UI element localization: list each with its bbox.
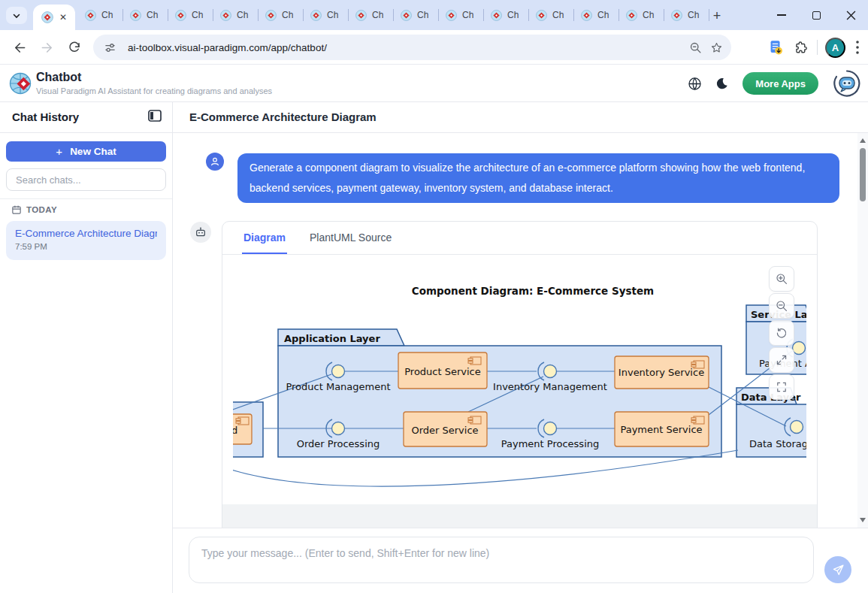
tab-diagram[interactable]: Diagram [242, 222, 287, 254]
active-tab[interactable]: ✕ [33, 5, 75, 30]
ai-assistant-badge[interactable] [832, 68, 862, 98]
dark-mode-moon-icon[interactable] [715, 77, 729, 90]
language-globe-icon[interactable] [688, 77, 702, 91]
message-input[interactable] [189, 537, 814, 583]
browser-tab[interactable]: Ch [439, 0, 484, 30]
profile-avatar[interactable]: A [825, 38, 845, 58]
visual-paradigm-favicon [310, 10, 322, 21]
visual-paradigm-favicon [671, 10, 682, 21]
tab-label: Ch [147, 10, 158, 20]
visual-paradigm-favicon [265, 10, 277, 21]
diagram-title: Component Diagram: E-Commerce System [412, 285, 654, 297]
reload-icon [68, 41, 81, 54]
url-text[interactable]: ai-toolbox.visual-paradigm.com/app/chatb… [128, 42, 685, 53]
scroll-up-arrow[interactable] [857, 135, 868, 146]
response-tabbar: Diagram PlantUML Source [222, 222, 817, 255]
browser-tab[interactable]: Ch [619, 0, 664, 30]
browser-tab[interactable]: Ch [349, 0, 394, 30]
browser-tab[interactable]: Ch [123, 0, 168, 30]
app-header: Chatbot Visual Paradigm AI Assistant for… [0, 65, 868, 102]
expand-button[interactable] [769, 347, 794, 373]
interface-label: Order Processing [297, 438, 380, 449]
zoom-in-button[interactable] [769, 266, 794, 292]
minimize-icon [777, 14, 786, 16]
browser-tab[interactable]: Ch [78, 0, 123, 30]
scroll-down-arrow[interactable] [857, 515, 868, 525]
zoom-indicator-icon[interactable] [685, 41, 706, 54]
toolbar-actions: A [767, 35, 868, 60]
tab-label: Ch [282, 10, 293, 20]
back-button[interactable] [6, 35, 32, 60]
visual-paradigm-favicon [85, 10, 96, 21]
forward-button[interactable] [35, 35, 60, 60]
tab-search-button[interactable] [6, 7, 27, 24]
page-download-extension-icon[interactable] [767, 39, 784, 56]
collapse-sidebar-icon[interactable] [148, 110, 162, 124]
visual-paradigm-favicon [41, 11, 53, 23]
browser-tab[interactable]: Ch [168, 0, 213, 30]
today-label: TODAY [26, 205, 57, 214]
calendar-icon [12, 205, 21, 214]
browser-menu-kebab-icon[interactable] [856, 41, 859, 54]
main-panel: E-Commerce Architecture Diagram Generate… [173, 102, 868, 593]
zoom-out-button[interactable] [769, 293, 794, 319]
minimize-button[interactable] [764, 0, 799, 30]
close-tab-icon[interactable]: ✕ [59, 13, 67, 22]
plus-icon: + [56, 145, 62, 158]
zoom-out-icon [776, 300, 788, 312]
tab-label: Ch [101, 10, 113, 20]
chat-history-title: Chat History [12, 110, 79, 123]
conversation-title: E-Commerce Architecture Diagram [189, 110, 377, 123]
browser-tab[interactable]: Ch [664, 0, 709, 30]
component-label: Inventory Service [618, 367, 704, 378]
fit-to-screen-button[interactable] [769, 374, 794, 400]
more-apps-button[interactable]: More Apps [742, 72, 818, 95]
back-icon [12, 41, 26, 55]
tab-label: Ch [192, 10, 203, 20]
browser-tab[interactable]: Ch [304, 0, 349, 30]
extensions-puzzle-icon[interactable] [794, 40, 809, 55]
tab-label: Ch [372, 10, 383, 20]
visual-paradigm-favicon [536, 10, 547, 21]
new-tab-button[interactable]: + [708, 7, 726, 25]
reload-button[interactable] [62, 35, 87, 60]
scrollbar-thumb[interactable] [860, 148, 866, 201]
search-chats-input[interactable] [6, 168, 166, 191]
browser-tab[interactable]: Ch [259, 0, 304, 30]
browser-tab[interactable]: Ch [529, 0, 574, 30]
close-window-button[interactable] [833, 0, 868, 30]
forward-icon [41, 41, 55, 55]
maximize-button[interactable] [799, 0, 833, 30]
browser-tab[interactable]: Ch [574, 0, 619, 30]
component-order-service: Order Service [404, 412, 487, 446]
diagram-viewport-background [222, 504, 817, 528]
component-web-frontend-clipped: d [233, 414, 252, 444]
browser-window: ✕ Ch Ch [0, 0, 868, 593]
tab-label: Ch [462, 10, 473, 20]
reset-view-button[interactable] [769, 320, 794, 346]
new-chat-button[interactable]: + New Chat [6, 141, 166, 162]
visual-paradigm-favicon [130, 10, 141, 21]
browser-tab[interactable]: Ch [213, 0, 259, 30]
chat-scrollbar[interactable] [857, 133, 868, 528]
diagram-viewport[interactable]: Component Diagram: E-Commerce System App… [222, 255, 817, 528]
new-chat-label: New Chat [70, 146, 116, 157]
package-label: Application Layer [284, 333, 380, 344]
tab-label: Ch [688, 10, 699, 20]
component-label: Product Service [404, 366, 481, 377]
bookmark-star-icon[interactable] [706, 41, 727, 54]
chat-item-time: 7:59 PM [15, 242, 157, 251]
address-bar[interactable]: ai-toolbox.visual-paradigm.com/app/chatb… [93, 35, 731, 60]
component-product-service: Product Service [398, 352, 487, 389]
browser-tab[interactable]: Ch [484, 0, 529, 30]
tab-label: Ch [417, 10, 428, 20]
interface-label: Product Management [286, 381, 390, 392]
browser-tab[interactable]: Ch [394, 0, 439, 30]
assistant-avatar [190, 222, 211, 243]
chat-history-item[interactable]: E-Commerce Architecture Diagr... 7:59 PM [6, 221, 166, 260]
site-settings-icon[interactable] [99, 42, 120, 53]
visual-paradigm-logo [9, 71, 34, 96]
tab-plantuml-source[interactable]: PlantUML Source [308, 222, 393, 254]
send-button[interactable] [824, 556, 851, 583]
window-controls [764, 0, 868, 30]
